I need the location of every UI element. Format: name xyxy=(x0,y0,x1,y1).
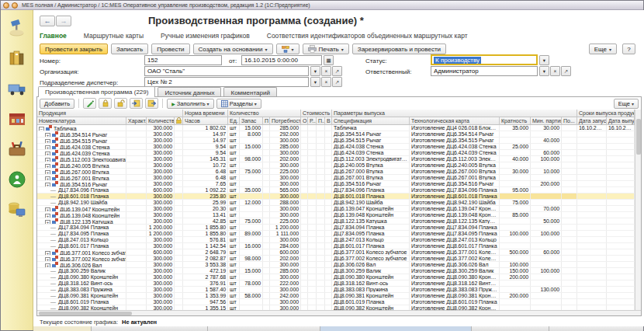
more-button-top[interactable]: Еще▾ xyxy=(589,44,617,54)
responsible-field[interactable] xyxy=(431,66,538,76)
expand-icon[interactable]: + xyxy=(45,145,50,149)
taskbar-item-active[interactable] xyxy=(320,326,472,331)
organization-open-button[interactable]: ↗ xyxy=(332,66,342,76)
add-row-button[interactable]: Добавить xyxy=(40,99,74,109)
responsible-select-button[interactable]: ▾ xyxy=(539,66,549,76)
table-row[interactable]: —ДЦ8.247.013 Кольцо300.000576.81шт300.00… xyxy=(37,237,635,243)
table-row[interactable]: +ДЦ6.354.514 Рычаг300.00014.97шт8.000292… xyxy=(37,131,635,138)
fill-button[interactable]: ▶Заполнить▾ xyxy=(167,99,213,109)
expand-icon[interactable]: + xyxy=(45,214,50,218)
table-row[interactable]: —ДЦ8.300.259 Валик300.000472.19шт15.0002… xyxy=(37,268,635,274)
print-button[interactable]: Печать▾ xyxy=(303,44,349,54)
taskbar-item[interactable] xyxy=(549,326,643,331)
table-row[interactable]: —ДЦ7.834.094 Планка1 200.0001 855.80шт1 … xyxy=(37,225,635,231)
back-button[interactable]: ← xyxy=(40,16,55,26)
column-header[interactable]: Потребность xyxy=(270,117,301,125)
tab-main[interactable]: Главное xyxy=(40,32,67,40)
forward-button[interactable]: → xyxy=(56,16,71,26)
table-more-button[interactable]: Еще▾ xyxy=(614,99,639,109)
expand-icon[interactable]: + xyxy=(45,152,50,155)
responsible-clear-button[interactable]: × xyxy=(550,66,560,76)
collapse-icon[interactable]: − xyxy=(39,127,44,131)
table-row[interactable]: +ДЦ6.267.000 Втулка300.0006.48шт75.00022… xyxy=(37,169,635,175)
sidebar-item-tools[interactable] xyxy=(7,139,27,159)
column-header[interactable]: Ед. xyxy=(228,117,240,125)
save-button[interactable]: Записать xyxy=(111,44,148,54)
horizontal-scrollbar-thumb[interactable] xyxy=(39,312,132,315)
tab-manual-schedule-changes[interactable]: Ручные изменения графиков xyxy=(161,32,250,40)
table-row[interactable]: +ДЦ6.354.515 Рычаг300.00014.97шт300.000Д… xyxy=(37,138,635,144)
date-field[interactable] xyxy=(241,55,322,65)
table-row[interactable]: —ДЦ8.318.162 Винт-ось300.000376.91шт78.0… xyxy=(37,280,635,287)
table-row[interactable]: —ДЦ7.834.096 Планка600.0001 092.22шт35.0… xyxy=(37,187,635,193)
column-header[interactable]: Дата запуска xyxy=(577,117,607,125)
table-row[interactable]: −Табличка300.0001 802.02шт15.000285.000Т… xyxy=(37,125,635,131)
table-row[interactable]: +ДЦ6.240.005 Втулка300.00010.72шт300.000… xyxy=(37,162,635,169)
organization-select-button[interactable]: ▾ xyxy=(310,66,320,76)
column-header[interactable]: Часов xyxy=(183,117,228,125)
expand-icon[interactable]: + xyxy=(45,133,50,137)
column-header[interactable]: Количество xyxy=(147,117,175,125)
status-combobox[interactable]: К производству xyxy=(431,54,538,65)
create-based-on-button[interactable]: Создать на основании▾ xyxy=(193,44,273,54)
tab-id-correspondence[interactable]: Соответствия идентификаторов объединенны… xyxy=(267,32,468,40)
table-row[interactable]: +ДЦ6.306.026 Вал300.0003 553.38шт300.000… xyxy=(37,262,635,268)
taskbar-item[interactable] xyxy=(208,326,320,331)
horizontal-scrollbar[interactable] xyxy=(37,310,641,315)
department-open-button[interactable]: ↗ xyxy=(332,77,342,87)
taskbar-item[interactable] xyxy=(33,326,92,331)
help-button[interactable]: ? xyxy=(622,44,635,54)
lock-column-header[interactable] xyxy=(175,117,183,125)
expand-icon[interactable]: + xyxy=(45,220,50,224)
unlock-row-button[interactable] xyxy=(114,98,127,109)
sections-button[interactable]: Разделы▾ xyxy=(216,99,261,109)
table-row[interactable]: —ДЦ7.834.095 Планка1 200.0001 855.80шт89… xyxy=(37,231,635,237)
column-header[interactable]: Дата выпуска xyxy=(607,117,635,125)
table-row[interactable]: +ДЦ6.377.002 Колесо зубчатое300.0002 082… xyxy=(37,256,635,262)
column-header[interactable]: Кратность xyxy=(500,117,531,125)
table-row[interactable]: —ДЦ8.601.017 Планка300.0001 142.54шт16.0… xyxy=(37,243,635,249)
table-row[interactable]: —ДЦ8.090.380 Кронштейн300.0002 787.68шт3… xyxy=(37,274,635,280)
table-row[interactable]: +ДЦ6.139.047 Кронштейн300.00020.30шт300.… xyxy=(37,206,635,212)
status-dropdown-button[interactable]: ▾ xyxy=(539,55,549,65)
table-row[interactable]: —ДЦ8.090.381 Кронштейн300.0001 353.99шт5… xyxy=(37,293,635,299)
sidebar-item-documents[interactable] xyxy=(7,48,27,68)
edit-row-button[interactable] xyxy=(83,98,96,109)
expand-icon[interactable]: + xyxy=(45,257,50,261)
column-header[interactable]: По... xyxy=(562,117,577,125)
expand-icon[interactable]: + xyxy=(45,183,50,186)
sidebar-item-data[interactable] xyxy=(7,200,27,220)
expand-icon[interactable]: + xyxy=(45,251,50,255)
structure-menu-button[interactable]: ▾ xyxy=(276,44,299,54)
column-header[interactable]: Технологическая карта xyxy=(410,117,500,125)
expand-icon[interactable]: + xyxy=(45,164,50,168)
vertical-scrollbar[interactable] xyxy=(635,110,641,312)
move-from-group-button[interactable] xyxy=(145,98,158,109)
expand-icon[interactable]: + xyxy=(45,158,50,162)
table-row[interactable]: —ДЦ8.601.019 Планка300.000947.56шт300.00… xyxy=(37,299,635,305)
table-row[interactable]: +ДЦ6.139.048 Кронштейн300.00013.41шт300.… xyxy=(37,212,635,218)
table-row[interactable]: +ДЦ8.122.135 Катушка300.00042.85шт75.000… xyxy=(37,218,635,225)
column-header[interactable]: Номенклатура xyxy=(37,117,126,125)
sidebar-item-production[interactable] xyxy=(7,109,27,129)
post-button[interactable]: Провести xyxy=(151,44,189,54)
expand-icon[interactable]: + xyxy=(45,176,50,180)
calendar-button[interactable]: ▦ xyxy=(324,55,334,65)
sidebar-item-services[interactable] xyxy=(7,169,27,190)
table-row[interactable]: —ДЦ8.601.018 Планка300.000235.80шт300.00… xyxy=(37,193,635,200)
organization-field[interactable] xyxy=(144,66,309,76)
column-header[interactable]: Характ... xyxy=(126,117,147,125)
tab-route-maps[interactable]: Маршрутные карты xyxy=(84,32,144,40)
window-menu-button[interactable] xyxy=(3,2,9,9)
table-row[interactable]: +ДЦ6.354.516 Рычаг300.0007.65шт300.000ДЦ… xyxy=(37,181,635,187)
vertical-scrollbar-thumb[interactable] xyxy=(636,119,641,155)
column-header[interactable]: Мин. партия xyxy=(531,117,562,125)
reserve-and-post-button[interactable]: Зарезервировать и провести xyxy=(352,44,446,54)
number-field[interactable] xyxy=(144,55,222,65)
post-and-close-button[interactable]: Провести и закрыть xyxy=(40,44,108,54)
table-row[interactable]: +ДЦ6.377.001 Колесо зубчатое600.0002 648… xyxy=(37,249,635,256)
organization-clear-button[interactable]: × xyxy=(321,66,331,76)
expand-icon[interactable]: + xyxy=(45,170,50,174)
department-clear-button[interactable]: × xyxy=(321,77,331,87)
column-header[interactable]: О xyxy=(301,117,308,125)
